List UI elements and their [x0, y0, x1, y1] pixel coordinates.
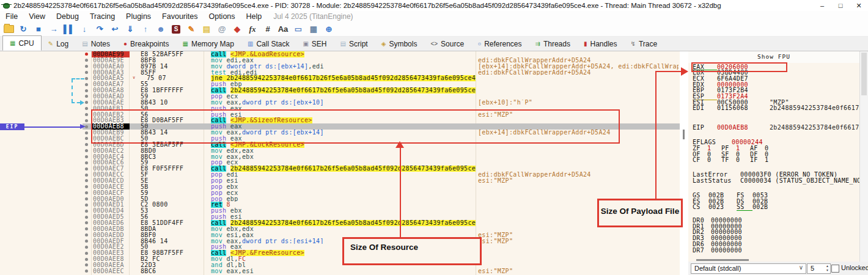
tab-breakpoints[interactable]: ●Breakpoints — [117, 37, 175, 51]
instruction-dot[interactable] — [85, 233, 88, 237]
register-line[interactable]: EDI011560682b24885942253784e0f6617b26 — [693, 105, 859, 111]
instruction-dot[interactable] — [85, 95, 88, 98]
tab-seh[interactable]: ▣SEH — [296, 37, 333, 51]
maximize-button[interactable]: □ — [831, 2, 850, 10]
restart-icon[interactable]: ↻ — [17, 24, 29, 35]
instruction-dot[interactable] — [85, 167, 88, 170]
register-line[interactable]: CS0023SS002B — [693, 204, 859, 210]
instruction-dot[interactable] — [85, 185, 88, 188]
instruction-dot[interactable] — [85, 270, 88, 273]
step-over-icon[interactable]: ↷ — [94, 24, 106, 35]
registers-hscrollbar[interactable] — [696, 259, 749, 261]
instruction-dot[interactable] — [85, 161, 88, 164]
tab-trace[interactable]: ↯Trace — [624, 37, 664, 51]
register-line[interactable]: DR700000000 — [693, 248, 859, 254]
register-line[interactable]: LastStatusC0000034 (STATUS_OBJECT_NAME_N… — [693, 178, 859, 184]
stop-icon[interactable]: ■ — [32, 24, 45, 35]
instruction-dot[interactable] — [85, 101, 88, 104]
tab-threads[interactable]: ⇉Threads — [529, 37, 577, 51]
execute-till-return-icon[interactable]: ↑ — [139, 24, 152, 35]
tag-icon[interactable]: ◆ — [231, 24, 243, 35]
tab-call-stack[interactable]: ▥Call Stack — [241, 37, 296, 51]
register-line[interactable]: OF0SF0DF0 — [693, 152, 859, 158]
instruction-dot[interactable] — [85, 197, 88, 200]
instruction-dot[interactable] — [85, 89, 88, 92]
show-fpu-header[interactable]: Show FPU — [688, 51, 859, 63]
register-line[interactable]: EFLAGS00000244 — [693, 139, 859, 145]
instruction-dot[interactable] — [85, 143, 88, 146]
tab-script[interactable]: ▤Script — [334, 37, 375, 51]
argument-count-spinner[interactable]: 5 ▲▼ — [807, 263, 831, 274]
instruction-dot[interactable] — [85, 174, 88, 177]
spin-down-icon[interactable]: ▼ — [826, 268, 829, 273]
instruction-dot[interactable] — [85, 107, 88, 110]
menu-item-help[interactable]: Help — [241, 12, 268, 21]
disasm-row[interactable]: 00D0AEEC8BC6mov eax,esiesi:"MZP" — [0, 268, 680, 274]
menu-item-view[interactable]: View — [23, 12, 51, 21]
instruction-dot[interactable] — [85, 246, 88, 249]
instruction-dot[interactable] — [85, 77, 88, 80]
close-button[interactable]: ✕ — [850, 2, 868, 10]
instruction-dot[interactable] — [85, 155, 88, 158]
vscrollbar-thumb[interactable] — [861, 53, 867, 95]
fx-icon[interactable]: fx — [246, 24, 259, 35]
script-s-icon[interactable]: S — [172, 25, 180, 34]
register-line[interactable]: EIP00D0AEB82b24885942253784e0f6617b26 — [693, 125, 859, 131]
instruction-dot[interactable] — [85, 71, 88, 74]
step-into-icon[interactable]: ↓ — [78, 24, 90, 35]
instruction-dot[interactable] — [85, 59, 88, 62]
comment-icon[interactable]: ▤ — [200, 24, 213, 35]
menu-item-favourites[interactable]: Favourites — [156, 12, 203, 21]
disassembly-panel[interactable]: 00D0AE99E8 52BAF5FFcall <JMP.&LoadResour… — [0, 51, 680, 275]
attach-icon[interactable]: ☻ — [155, 24, 167, 35]
open-file-icon[interactable] — [4, 25, 14, 33]
tab-source[interactable]: <>Source — [424, 37, 471, 51]
calling-convention-select[interactable]: Default (stdcall) ∨ — [691, 263, 806, 274]
splitter-handle[interactable] — [683, 130, 685, 139]
run-to-user-code-icon[interactable]: ↩ — [109, 24, 121, 35]
instruction-dot[interactable] — [85, 131, 88, 134]
tab-handles[interactable]: ▮Handles — [577, 37, 624, 51]
instruction-dot[interactable] — [85, 149, 88, 152]
instruction-dot[interactable] — [85, 263, 88, 266]
panel-splitter[interactable] — [680, 51, 688, 275]
instruction-dot[interactable] — [85, 113, 88, 116]
menu-item-tracing[interactable]: Tracing — [84, 12, 120, 21]
instruction-dot[interactable] — [85, 221, 88, 224]
instruction-dot[interactable] — [85, 252, 88, 255]
unlocked-checkbox[interactable] — [831, 265, 839, 273]
run-icon[interactable]: → — [48, 24, 60, 35]
instruction-dot[interactable] — [85, 240, 88, 243]
step-out-icon[interactable]: ⇓ — [124, 24, 136, 35]
tab-log[interactable]: ✎Log — [42, 37, 75, 51]
monitor-icon[interactable]: ▭ — [292, 24, 304, 35]
minimize-button[interactable]: – — [813, 2, 831, 10]
tab-symbols[interactable]: ◈Symbols — [375, 37, 424, 51]
menu-item-options[interactable]: Options — [203, 12, 240, 21]
tab-notes[interactable]: ▤Notes — [75, 37, 117, 51]
instruction-dot[interactable] — [85, 137, 88, 140]
font-icon[interactable]: Aa — [277, 24, 289, 35]
tab-references[interactable]: ○References — [471, 37, 528, 51]
instruction-dot[interactable] — [85, 83, 88, 86]
instruction-dot[interactable] — [85, 258, 88, 261]
tab-memory-map[interactable]: ▦Memory Map — [175, 37, 240, 51]
register-line[interactable]: ZF1PF1AF0 — [693, 145, 859, 152]
calculator-icon[interactable]: ▦ — [307, 24, 320, 35]
menu-item-file[interactable]: File — [0, 12, 23, 21]
tab-cpu[interactable]: ▦CPU — [2, 35, 42, 51]
patch-pencil-icon[interactable]: ✎ — [185, 24, 197, 35]
instruction-dot[interactable] — [85, 119, 88, 122]
instruction-dot[interactable] — [85, 179, 88, 182]
instruction-dot[interactable] — [85, 227, 88, 230]
instruction-dot[interactable] — [85, 210, 88, 213]
instruction-dot[interactable] — [85, 216, 88, 219]
paperclip-icon[interactable]: @ — [216, 24, 228, 35]
instruction-dot[interactable] — [85, 191, 88, 194]
pause-icon[interactable]: ▌▌ — [63, 24, 75, 35]
registers-vscrollbar[interactable] — [859, 51, 868, 262]
instruction-dot[interactable] — [85, 65, 88, 68]
registers-panel[interactable]: Show FPU EAX00206000EBX03BD4480ECX6F6A4D… — [688, 51, 859, 275]
globe-icon[interactable]: ⊕ — [323, 24, 335, 35]
breakpoint-dot[interactable] — [85, 53, 88, 56]
